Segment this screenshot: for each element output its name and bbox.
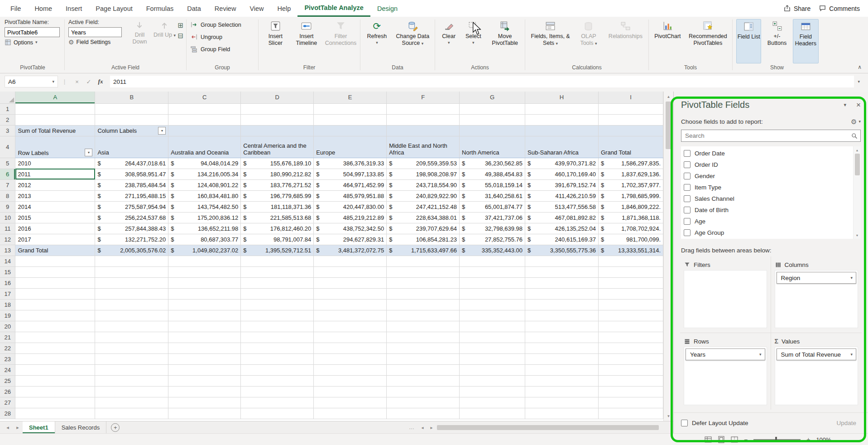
cell-I25[interactable]: [598, 375, 663, 386]
cell-I27[interactable]: [598, 397, 663, 408]
cell-G3[interactable]: [460, 125, 525, 136]
cell-B12[interactable]: $132,271,752.20: [95, 234, 168, 245]
cell-B11[interactable]: $257,844,388.43: [95, 223, 168, 234]
cell-F8[interactable]: $240,829,922.90: [387, 190, 460, 201]
field-checkbox[interactable]: [684, 218, 691, 225]
cell-C5[interactable]: $94,048,014.29: [168, 158, 241, 169]
cell-A16[interactable]: [15, 277, 95, 288]
cell-E1[interactable]: [314, 103, 387, 114]
cell-I2[interactable]: [598, 114, 663, 125]
cell-B15[interactable]: [95, 266, 168, 277]
cell-B9[interactable]: $275,587,954.94: [95, 201, 168, 212]
cell-E4[interactable]: Europe: [314, 136, 387, 158]
cell-E11[interactable]: $438,752,342.50: [314, 223, 387, 234]
row-header-9[interactable]: 9: [0, 201, 15, 212]
cell-C8[interactable]: $160,834,481.80: [168, 190, 241, 201]
field-checkbox[interactable]: [684, 184, 691, 191]
zoom-out-button[interactable]: −: [744, 436, 748, 443]
cell-E23[interactable]: [314, 353, 387, 364]
vertical-scrollbar-thumb[interactable]: [666, 102, 672, 149]
area-pill-sum-of-total-revenue[interactable]: Sum of Total Revenue ▾: [777, 348, 857, 360]
clear-button[interactable]: Clear ▾: [439, 19, 459, 63]
cell-C10[interactable]: $175,200,836.12: [168, 212, 241, 223]
cell-I15[interactable]: [598, 266, 663, 277]
ribbon-tab-pivottable-analyze[interactable]: PivotTable Analyze: [297, 0, 370, 17]
row-header-17[interactable]: 17: [0, 288, 15, 299]
cell-C22[interactable]: [168, 343, 241, 353]
cell-H28[interactable]: [525, 408, 599, 419]
cell-F9[interactable]: $247,421,152.48: [387, 201, 460, 212]
cell-D11[interactable]: $176,812,460.20: [241, 223, 314, 234]
cell-C17[interactable]: [168, 288, 241, 299]
cell-I7[interactable]: $1,702,357,977.: [598, 179, 663, 190]
cell-I11[interactable]: $1,708,702,924.: [598, 223, 663, 234]
area-pill-region[interactable]: Region ▾: [777, 272, 857, 284]
options-button[interactable]: Options ▾: [5, 39, 62, 46]
cell-F12[interactable]: $106,854,281.23: [387, 234, 460, 245]
cell-A13[interactable]: Grand Total: [15, 245, 95, 256]
field-item-gender[interactable]: Gender: [681, 170, 853, 182]
row-header-25[interactable]: 25: [0, 375, 15, 386]
cell-I6[interactable]: $1,837,629,136.: [598, 169, 663, 179]
cell-G7[interactable]: $55,018,159.14: [460, 179, 525, 190]
change-data-source-button[interactable]: Change Data Source ▾: [393, 19, 432, 63]
cell-I8[interactable]: $1,798,685,999.: [598, 190, 663, 201]
cell-B2[interactable]: [95, 114, 168, 125]
row-header-16[interactable]: 16: [0, 277, 15, 288]
cell-E27[interactable]: [314, 397, 387, 408]
field-checkbox[interactable]: [684, 207, 691, 213]
collapse-ribbon-button[interactable]: ∧: [858, 64, 862, 70]
cell-A14[interactable]: [15, 256, 95, 266]
cell-B19[interactable]: [95, 310, 168, 321]
cell-I19[interactable]: [598, 310, 663, 321]
olap-tools-button[interactable]: OLAP Tools ▾: [575, 19, 602, 63]
cell-A19[interactable]: [15, 310, 95, 321]
cell-C28[interactable]: [168, 408, 241, 419]
column-header-E[interactable]: E: [314, 92, 387, 103]
field-checkbox[interactable]: [684, 161, 691, 168]
formula-input[interactable]: 2011: [110, 76, 854, 87]
share-button[interactable]: Share: [783, 5, 810, 12]
row-header-21[interactable]: 21: [0, 332, 15, 343]
cell-I16[interactable]: [598, 277, 663, 288]
page-break-view-button[interactable]: [731, 436, 738, 443]
zoom-in-button[interactable]: +: [806, 436, 810, 443]
cell-C6[interactable]: $134,216,005.34: [168, 169, 241, 179]
row-header-22[interactable]: 22: [0, 343, 15, 353]
cell-C26[interactable]: [168, 386, 241, 397]
row-header-15[interactable]: 15: [0, 266, 15, 277]
cell-D4[interactable]: Central America and the Caribbean: [241, 136, 314, 158]
cell-E25[interactable]: [314, 375, 387, 386]
cell-D10[interactable]: $221,585,513.68: [241, 212, 314, 223]
pivotchart-button[interactable]: PivotChart: [652, 19, 683, 63]
row-header-7[interactable]: 7: [0, 179, 15, 190]
cell-E9[interactable]: $420,447,830.00: [314, 201, 387, 212]
cell-D27[interactable]: [241, 397, 314, 408]
cell-B8[interactable]: $271,195,488.15: [95, 190, 168, 201]
cell-B18[interactable]: [95, 299, 168, 310]
fields-scrollbar-thumb[interactable]: [855, 154, 860, 175]
cell-H4[interactable]: Sub-Saharan Africa: [525, 136, 599, 158]
cell-F19[interactable]: [387, 310, 460, 321]
fields-options-button[interactable]: ⚙ ▾: [851, 118, 861, 125]
cell-A28[interactable]: [15, 408, 95, 419]
zoom-level[interactable]: 100%: [816, 436, 831, 443]
name-box-chevron-icon[interactable]: ▾: [52, 79, 54, 84]
row-header-26[interactable]: 26: [0, 386, 15, 397]
cell-D15[interactable]: [241, 266, 314, 277]
cell-G17[interactable]: [460, 288, 525, 299]
area-pill-years[interactable]: Years ▾: [686, 348, 765, 360]
cell-G21[interactable]: [460, 332, 525, 343]
fields-search-input[interactable]: [685, 132, 851, 139]
group-selection-button[interactable]: Group Selection: [190, 19, 255, 30]
row-header-24[interactable]: 24: [0, 364, 15, 375]
cell-B17[interactable]: [95, 288, 168, 299]
cell-F5[interactable]: $209,559,359.53: [387, 158, 460, 169]
cell-H24[interactable]: [525, 364, 599, 375]
cell-G26[interactable]: [460, 386, 525, 397]
cell-A6[interactable]: 2011: [15, 169, 95, 179]
collapse-field-button[interactable]: ⊟: [177, 32, 183, 39]
cell-C23[interactable]: [168, 353, 241, 364]
cell-D16[interactable]: [241, 277, 314, 288]
cell-E8[interactable]: $485,979,951.88: [314, 190, 387, 201]
